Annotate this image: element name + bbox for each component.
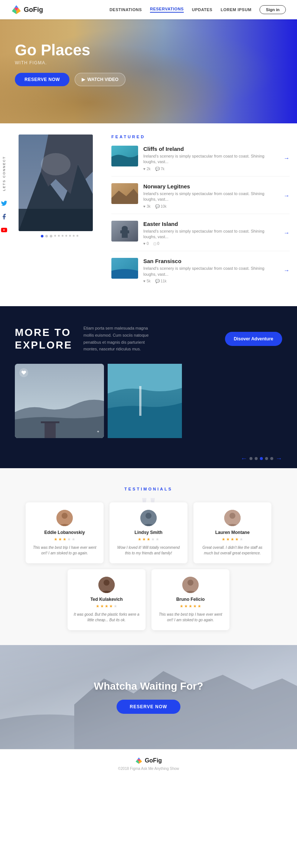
facebook-icon[interactable] [0, 213, 8, 221]
discover-adventure-button[interactable]: Disover Adventure [225, 332, 282, 346]
carousel-dot-7[interactable] [65, 235, 67, 237]
eddie-avatar [56, 510, 73, 526]
more-explore-section: MORE TOEXPLORE Etiam porta sem malesuada… [0, 306, 297, 468]
lindsy-stars: ★ ★ ★ ★ ★ [115, 537, 182, 542]
explore-title: MORE TOEXPLORE [15, 326, 72, 351]
explore-dot-1[interactable] [249, 457, 252, 460]
svg-rect-14 [120, 230, 129, 233]
explore-top: MORE TOEXPLORE Etiam porta sem malesuada… [0, 306, 297, 364]
explore-prev-button[interactable]: ← [241, 455, 247, 463]
lauren-avatar [224, 510, 241, 526]
bruno-quote: This was the best trip I have ever went … [157, 612, 223, 623]
testimonial-card: Ted Kulakevich ★ ★ ★ ★ ★ It was good. Bu… [68, 569, 146, 630]
featured-section: FEATURED Cliffs of Ireland Ireland's sce… [0, 123, 297, 306]
featured-item: Cliffs of Ireland Ireland's scenery is s… [111, 146, 290, 176]
cliffs-comments: 💬 7k [155, 167, 165, 171]
svg-point-32 [187, 580, 193, 586]
cliffs-thumbnail [111, 146, 138, 166]
featured-image-area [19, 135, 100, 295]
cliffs-arrow[interactable]: → [284, 155, 290, 162]
bruno-avatar [182, 577, 199, 593]
carousel-dot-2[interactable] [45, 235, 48, 237]
eddie-quote: This was the best trip I have ever went … [32, 545, 98, 556]
lindsy-quote: Wow I loved it! Will totally recommend t… [115, 545, 182, 556]
norwary-info: Norwary Legitnes Ireland's scenery is si… [143, 183, 278, 208]
hero-section: Go Places WITH FIGMA. RESERVE NOW ▶ WATC… [0, 19, 297, 123]
easter-desc: Ireland's scenery is simply spectacular … [143, 229, 278, 240]
svg-rect-19 [41, 421, 59, 423]
hero-buttons: RESERVE NOW ▶ WATCH VIDEO [15, 73, 282, 86]
explore-card-side [108, 364, 182, 438]
svg-point-24 [62, 513, 68, 519]
watch-video-button[interactable]: ▶ WATCH VIDEO [75, 73, 125, 86]
featured-item: Norwary Legitnes Ireland's scenery is si… [111, 183, 290, 214]
carousel-dot-9[interactable] [73, 235, 75, 237]
cta-background [0, 645, 297, 749]
norwary-comments: 💬 10k [155, 204, 167, 208]
carousel-dot-10[interactable] [76, 235, 78, 237]
carousel-dot-5[interactable] [58, 235, 60, 237]
footer-logo-icon [135, 757, 143, 764]
norwary-desc: Ireland's scenery is simply spectacular … [143, 191, 278, 203]
norwary-meta: ♥ 3k 💬 10k [143, 204, 278, 208]
sanfran-desc: Ireland's scenery is simply spectacular … [143, 266, 278, 277]
svg-point-28 [229, 513, 235, 519]
sanfran-meta: ♥ 5k 💬 11k [143, 279, 278, 283]
testimonial-card: Eddie Lobanovskiy ★ ★ ★ ★ ★ This was the… [26, 502, 104, 563]
cta-reserve-button[interactable]: RESERVE NOW [117, 700, 181, 714]
heart-icon[interactable] [19, 368, 28, 377]
carousel-dot-8[interactable] [69, 235, 71, 237]
hero-title: Go Places [15, 42, 282, 59]
nav-destinations[interactable]: DESTINATIONS [110, 7, 142, 12]
norwary-arrow[interactable]: → [284, 192, 290, 199]
easter-thumbnail [111, 221, 138, 242]
svg-rect-22 [136, 416, 154, 438]
explore-next-button[interactable]: → [275, 455, 282, 463]
svg-rect-18 [45, 421, 56, 438]
svg-point-15 [122, 226, 128, 230]
youtube-icon[interactable] [0, 226, 8, 234]
side-social: LETS CONNECT [0, 156, 8, 234]
svg-rect-8 [19, 209, 93, 231]
logo[interactable]: GoFig [11, 4, 43, 15]
explore-dot-5[interactable] [270, 457, 273, 460]
sanfran-title: San Fransisco [143, 258, 278, 264]
easter-arrow[interactable]: → [284, 230, 290, 236]
svg-point-9 [41, 153, 71, 175]
easter-title: Easter Island [143, 221, 278, 227]
cta-section: Whatcha Waiting For? RESERVE NOW [0, 645, 297, 749]
easter-meta: ♥ 0 ◻ 0 [143, 242, 278, 246]
explore-dot-4[interactable] [265, 457, 268, 460]
logo-text: GoFig [24, 6, 43, 14]
explore-card-signature: ✦ [97, 430, 99, 434]
explore-dot-3[interactable] [260, 457, 263, 460]
ted-stars: ★ ★ ★ ★ ★ [74, 604, 140, 609]
reserve-now-button[interactable]: RESERVE NOW [15, 73, 69, 86]
explore-dot-2[interactable] [255, 457, 258, 460]
sanfran-comments: 💬 11k [155, 279, 167, 283]
testimonial-card: Bruno Felicio ★ ★ ★ ★ ★ This was the bes… [151, 569, 229, 630]
carousel-dot-6[interactable] [62, 235, 63, 237]
cliffs-meta: ♥ 2k 💬 7k [143, 167, 278, 171]
ted-name: Ted Kulakevich [74, 597, 140, 602]
testimonials-section: TESTIMONIALS " Eddie Lobanovskiy ★ ★ ★ ★… [0, 468, 297, 645]
logo-icon [11, 4, 22, 15]
carousel-dot-4[interactable] [54, 235, 56, 237]
sanfran-arrow[interactable]: → [284, 267, 290, 274]
explore-text: Etiam porta sem malesuada magna mollis e… [84, 325, 158, 353]
sanfran-thumbnail [111, 258, 138, 279]
lindsy-avatar [140, 510, 157, 526]
bruno-stars: ★ ★ ★ ★ ★ [157, 604, 223, 609]
sign-in-button[interactable]: Sign in [260, 5, 286, 14]
navbar: GoFig DESTINATIONS RESERVATIONS UPDATES … [0, 0, 297, 19]
featured-content: FEATURED Cliffs of Ireland Ireland's sce… [100, 135, 297, 295]
mountain-illustration [19, 135, 93, 231]
nav-reservations[interactable]: RESERVATIONS [150, 7, 184, 13]
nav-lorem[interactable]: LOREM IPSUM [221, 7, 251, 12]
sanfran-likes: ♥ 5k [143, 279, 151, 283]
carousel-dot-1[interactable] [41, 235, 43, 237]
nav-updates[interactable]: UPDATES [192, 7, 212, 12]
twitter-icon[interactable] [0, 199, 8, 207]
carousel-dot-3[interactable] [50, 235, 52, 237]
sanfran-info: San Fransisco Ireland's scenery is simpl… [143, 258, 278, 283]
